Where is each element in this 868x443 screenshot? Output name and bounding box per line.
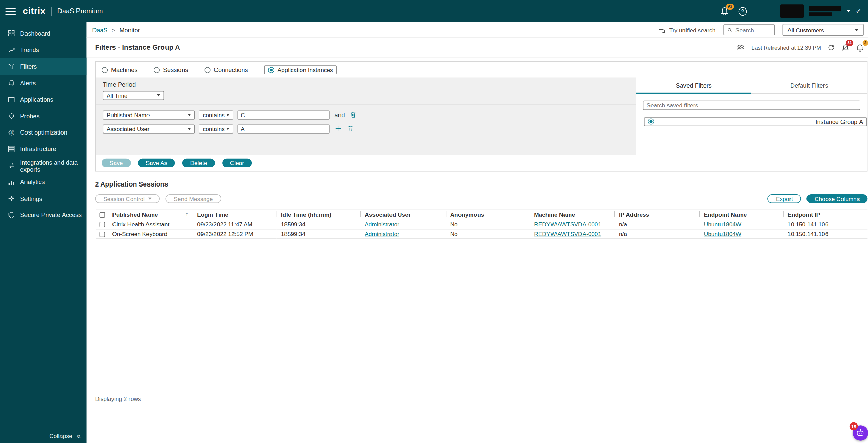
endpoint-name-link[interactable]: Ubuntu1804W (704, 221, 741, 228)
applications-icon (8, 96, 15, 103)
sidebar-item-analytics[interactable]: Analytics (0, 174, 87, 191)
notifications-bell-icon[interactable]: 93 (720, 7, 729, 16)
associated-user-link[interactable]: Administrator (365, 221, 399, 228)
try-unified-search-button[interactable]: Try unified search (658, 26, 715, 34)
save-button[interactable]: Save (102, 159, 131, 167)
radio-connections[interactable]: Connections (204, 67, 248, 73)
condition-value-input[interactable] (237, 110, 329, 119)
chevron-down-icon (188, 113, 191, 116)
filters-card: Machines Sessions Connections Applicatio… (95, 61, 867, 172)
chevron-down-icon[interactable] (847, 10, 850, 13)
saved-filters-search-input[interactable] (643, 100, 860, 110)
clear-button[interactable]: Clear (222, 159, 252, 167)
collapse-icon: « (77, 431, 81, 439)
save-as-button[interactable]: Save As (138, 159, 175, 167)
column-header-ip-address[interactable]: IP Address (614, 209, 699, 219)
condition-field-select[interactable]: Associated User (103, 124, 195, 133)
filters-icon (8, 63, 15, 70)
delete-condition-button[interactable] (350, 111, 357, 118)
app-window: citrix DaaS Premium 93 ? ✓ Dashboard (0, 0, 868, 443)
saved-filter-item[interactable]: Instance Group A (644, 117, 867, 126)
time-period-select[interactable]: All Time (103, 91, 164, 100)
session-control-button[interactable]: Session Control (95, 194, 160, 203)
row-checkbox[interactable] (99, 222, 105, 227)
sidebar-collapse-button[interactable]: Collapse « (49, 431, 80, 439)
radio-icon (268, 67, 274, 73)
sidebar-item-filters[interactable]: Filters (0, 58, 87, 75)
sidebar-item-secure-private-access[interactable]: Secure Private Access (0, 207, 87, 224)
tab-default-filters[interactable]: Default Filters (751, 77, 867, 94)
radio-label: Sessions (163, 67, 188, 73)
breadcrumb-daas-link[interactable]: DaaS (92, 26, 107, 33)
help-icon[interactable]: ? (739, 7, 747, 16)
hamburger-menu-icon[interactable] (5, 7, 16, 15)
column-header-endpoint-ip[interactable]: Endpoint IP (783, 209, 867, 219)
condition-operator-select[interactable]: contains (199, 124, 233, 133)
cell-endpoint-ip: 10.150.141.106 (783, 229, 867, 239)
saved-filters-panel: Saved Filters Default Filters Instance G… (636, 77, 867, 171)
customers-dropdown[interactable]: All Customers (783, 24, 864, 36)
table-header-row: Published Name↑ Login Time Idle Time (hh… (96, 209, 868, 219)
cell-login-time: 09/23/2022 11:47 AM (193, 219, 277, 229)
breadcrumb-current: Monitor (119, 26, 140, 33)
radio-sessions[interactable]: Sessions (154, 67, 188, 73)
global-search-box[interactable] (723, 24, 775, 35)
row-checkbox[interactable] (99, 232, 105, 237)
radio-application-instances[interactable]: Application Instances (264, 65, 337, 74)
sidebar-item-label: Filters (20, 63, 37, 70)
column-header-associated-user[interactable]: Associated User (360, 209, 446, 219)
condition-conjunction: and (334, 111, 345, 118)
sidebar-item-cost-optimization[interactable]: $ Cost optimization (0, 124, 87, 141)
column-header-anonymous[interactable]: Anonymous (446, 209, 530, 219)
sidebar-item-trends[interactable]: Trends (0, 42, 87, 58)
choose-columns-button[interactable]: Choose Columns (807, 194, 867, 203)
machine-name-link[interactable]: REDYW\AWTSVDA-0001 (534, 230, 601, 237)
associated-user-link[interactable]: Administrator (365, 230, 399, 237)
refresh-icon[interactable] (827, 43, 835, 51)
export-button[interactable]: Export (767, 194, 801, 203)
condition-operator-select[interactable]: contains (199, 110, 233, 119)
condition-field-value: Published Name (107, 111, 150, 118)
brand-divider (51, 7, 52, 16)
page-title-bar: Filters - Instance Group A Last Refreshe… (87, 38, 868, 58)
search-input[interactable] (735, 26, 771, 33)
sidebar-item-label: Settings (20, 195, 42, 202)
send-message-button[interactable]: Send Message (166, 194, 221, 203)
condition-value-input[interactable] (237, 124, 329, 133)
radio-machines[interactable]: Machines (102, 67, 137, 73)
column-header-login-time[interactable]: Login Time (193, 209, 277, 219)
select-all-checkbox[interactable] (99, 212, 105, 217)
table-row: On-Screen Keyboard 09/23/2022 12:52 PM 1… (96, 229, 868, 239)
sidebar-item-integrations[interactable]: Integrations and data exports (0, 157, 87, 174)
sidebar-item-probes[interactable]: Probes (0, 108, 87, 124)
sidebar-item-infrastructure[interactable]: Infrastructure (0, 141, 87, 157)
sessions-count-title: 2 Application Sessions (95, 180, 168, 188)
endpoint-name-link[interactable]: Ubuntu1804W (704, 230, 741, 237)
add-condition-button[interactable] (334, 125, 342, 132)
alerts-indicator[interactable]: 31 (841, 43, 850, 52)
sidebar-item-applications[interactable]: Applications (0, 91, 87, 108)
sidebar-item-dashboard[interactable]: Dashboard (0, 25, 87, 42)
column-header-machine-name[interactable]: Machine Name (530, 209, 614, 219)
svg-text:$: $ (11, 130, 13, 135)
warnings-indicator[interactable]: 2 (856, 43, 864, 52)
filter-condition-row: Associated User contains (103, 124, 628, 134)
machine-name-link[interactable]: REDYW\AWTSVDA-0001 (534, 221, 601, 228)
dashboard-icon (8, 30, 15, 37)
radio-icon (204, 67, 210, 73)
redacted-account-name (780, 4, 804, 18)
column-header-published-name[interactable]: Published Name↑ (108, 209, 193, 219)
tab-saved-filters[interactable]: Saved Filters (636, 77, 751, 94)
column-header-idle-time[interactable]: Idle Time (hh:mm) (277, 209, 361, 219)
sidebar-item-settings[interactable]: Settings (0, 190, 87, 207)
delete-button[interactable]: Delete (183, 159, 215, 167)
delete-condition-button[interactable] (347, 125, 354, 132)
sort-ascending-icon[interactable]: ↑ (185, 211, 188, 217)
column-header-endpoint-name[interactable]: Endpoint Name (699, 209, 783, 219)
sidebar-item-alerts[interactable]: Alerts (0, 75, 87, 91)
filter-condition-row: Published Name contains and (103, 110, 628, 120)
cell-ip-address: n/a (614, 219, 699, 229)
privacy-mask-icon[interactable] (736, 43, 745, 51)
condition-field-select[interactable]: Published Name (103, 110, 195, 119)
assistant-robot-icon (856, 428, 865, 437)
